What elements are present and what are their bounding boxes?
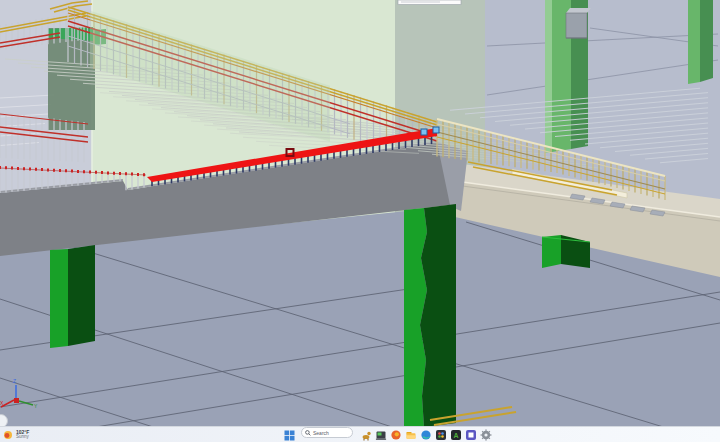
column-left[interactable] — [50, 245, 95, 348]
edge-browser-icon — [420, 429, 432, 441]
taskbar-icon-pinned-app-cad[interactable] — [360, 429, 372, 441]
office-app-icon — [465, 429, 477, 441]
settings-app-icon — [480, 429, 492, 441]
weather-condition: Sunny — [16, 435, 29, 440]
windows-logo-icon — [284, 430, 295, 441]
app-a-icon: A — [450, 429, 462, 441]
column-upper-deck-far[interactable] — [688, 0, 713, 84]
taskbar-icon-photos-app[interactable] — [435, 429, 447, 441]
photos-app-icon — [435, 429, 447, 441]
search-placeholder: Search — [313, 430, 329, 436]
selection-handle[interactable] — [421, 129, 427, 135]
search-icon — [305, 430, 311, 436]
selection-handle[interactable] — [433, 127, 439, 133]
search-box[interactable]: Search — [301, 427, 353, 438]
taskbar-icon-edge-browser[interactable] — [420, 429, 432, 441]
taskbar-icon-file-explorer[interactable] — [405, 429, 417, 441]
taskbar-icon-browser-orange[interactable] — [390, 429, 402, 441]
svg-text:A: A — [453, 432, 458, 439]
pinned-app-dark-icon — [375, 429, 387, 441]
pinned-app-cad-icon — [360, 429, 372, 441]
model-viewport[interactable]: ZXY — [0, 0, 720, 426]
taskbar-pinned-icons: A — [360, 427, 492, 442]
axis-z-label: Z — [13, 378, 16, 384]
taskbar-icon-settings-app[interactable] — [480, 429, 492, 441]
ucs-origin — [14, 398, 19, 403]
steel-cube-embed[interactable] — [566, 8, 591, 38]
taskbar-icon-pinned-app-dark[interactable] — [375, 429, 387, 441]
start-button[interactable] — [284, 427, 295, 442]
taskbar-icon-app-a[interactable]: A — [450, 429, 462, 441]
browser-orange-icon — [390, 429, 402, 441]
weather-widget[interactable]: 102°F Sunny — [3, 427, 29, 442]
weather-sun-icon — [3, 430, 13, 440]
file-explorer-icon — [405, 429, 417, 441]
taskbar-icon-office-app[interactable] — [465, 429, 477, 441]
taskbar: 102°F Sunny Search A — [0, 426, 720, 442]
